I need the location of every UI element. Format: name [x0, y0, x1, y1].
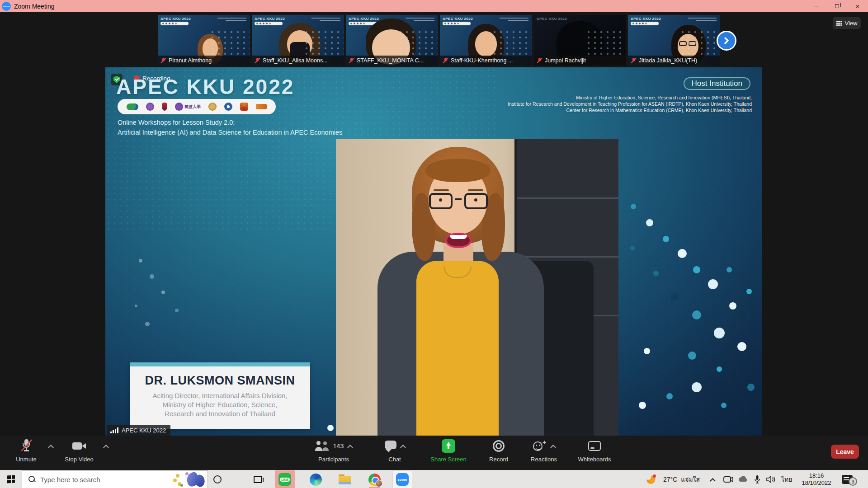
tray-language[interactable]: ไทย: [781, 470, 792, 488]
whiteboards-label: Whiteboards: [578, 456, 611, 463]
taskbar-zoom-app[interactable]: zoom: [392, 470, 412, 488]
taskbar-edge-app[interactable]: [306, 470, 326, 488]
participants-button[interactable]: 143 Participants: [311, 438, 356, 463]
participants-icon: [315, 441, 329, 451]
red-emblem-logo: [162, 103, 167, 111]
grid-view-icon: [836, 21, 842, 26]
chevron-up-icon[interactable]: [550, 444, 556, 450]
taskbar-search[interactable]: [22, 470, 208, 488]
chevron-up-icon: [103, 444, 109, 450]
reactions-smiley-icon: [533, 440, 547, 452]
window-titlebar: zoom Zoom Meeting ×: [0, 0, 868, 12]
start-button[interactable]: [0, 470, 22, 488]
taskbar-file-explorer[interactable]: [335, 470, 355, 488]
tile-watermark: APEC KKU 2022: [631, 17, 661, 21]
record-icon: [493, 440, 505, 452]
view-button-label: View: [845, 20, 858, 27]
minimize-button[interactable]: [806, 0, 826, 12]
microphone-icon: [754, 475, 760, 484]
tile-watermark: APEC KKU 2022: [537, 17, 567, 21]
purple-emblem-logo: [146, 103, 154, 111]
speaker-brow: [434, 189, 449, 191]
close-icon: ×: [856, 2, 860, 10]
muted-mic-icon: [443, 57, 448, 64]
unmute-options-chevron[interactable]: [45, 438, 56, 454]
unmute-button[interactable]: Unmute: [9, 438, 43, 463]
language-indicator: ไทย: [781, 474, 792, 484]
stop-video-button[interactable]: Stop Video: [59, 438, 99, 463]
record-button[interactable]: Record: [481, 438, 517, 463]
zoom-app-icon: zoom: [396, 473, 409, 486]
chat-button[interactable]: Chat: [377, 438, 412, 463]
participant-tile[interactable]: APEC KKU 2022 Jumpol Rachvijit: [534, 15, 626, 66]
chevron-up-icon[interactable]: [400, 444, 406, 450]
participants-count: 143: [333, 442, 344, 450]
tray-clock[interactable]: 18:16 18/10/2022: [797, 470, 836, 488]
participant-tile[interactable]: APEC KKU 2022 Piranut Aimthong: [158, 15, 250, 66]
tile-host-text: [688, 18, 717, 22]
chevron-right-icon: [722, 37, 729, 45]
restore-icon: [835, 4, 839, 8]
muted-mic-icon: [631, 57, 636, 64]
tray-onedrive[interactable]: [738, 470, 749, 488]
notification-center-button[interactable]: 3: [842, 470, 853, 488]
view-button[interactable]: View: [833, 17, 861, 29]
search-highlight-butterfly-image[interactable]: [165, 471, 207, 488]
orange-emblem-logo: [240, 103, 248, 111]
notification-badge: 3: [849, 477, 857, 486]
temperature: 27°C: [663, 476, 677, 483]
tray-screen-share-indicator[interactable]: [723, 470, 733, 488]
tray-volume[interactable]: [766, 470, 777, 488]
taskbar-line-app[interactable]: LINE: [275, 470, 295, 488]
shared-screen: Recording APEC KKU 2022 筑波大学 Host Instit…: [105, 67, 762, 436]
cortana-button[interactable]: [213, 475, 222, 483]
leave-button[interactable]: Leave: [831, 445, 859, 459]
restore-button[interactable]: [826, 0, 847, 12]
speaker-icon: [766, 475, 777, 483]
participant-tile[interactable]: APEC KKU 2022 STAFF_KKU_MONITA C...: [346, 15, 438, 66]
speaker-name-card: DR. LUKSMON SMANSIN Aciting Director, In…: [130, 362, 310, 429]
tile-host-text: [311, 18, 340, 22]
search-input[interactable]: [40, 476, 140, 483]
share-screen-icon: [442, 439, 455, 453]
share-screen-label: Share Screen: [430, 456, 467, 463]
participant-tile[interactable]: APEC KKU 2022 Staff_KKU_Alisa Moons...: [252, 15, 344, 66]
task-view-button[interactable]: [248, 470, 268, 488]
clock-date: 18/10/2022: [802, 479, 831, 487]
speaker-role-line2: Ministry of Higher Education, Science,: [130, 400, 310, 409]
record-label: Record: [489, 456, 508, 463]
speaker-name: DR. LUKSMON SMANSIN: [130, 374, 310, 388]
chevron-up-icon: [48, 444, 54, 450]
reactions-button[interactable]: Reactions: [524, 438, 564, 463]
speaker-mouth: [445, 233, 472, 248]
participant-tile[interactable]: APEC KKU 2022 Staff-KKU-Khemthong ...: [440, 15, 532, 66]
event-title: APEC KKU 2022: [116, 75, 294, 99]
workshop-subtitle-line1: Online Workshops for Lesson Study 2.0:: [118, 119, 235, 126]
speaker-role-line1: Aciting Director, International Affairs …: [130, 391, 310, 400]
blue-emblem-logo: [224, 103, 232, 111]
participant-name: STAFF_KKU_MONITA C...: [357, 57, 424, 64]
weather-widget[interactable]: 27°C แจ่มใส: [646, 470, 700, 488]
task-view-icon: [254, 476, 262, 483]
window-title: Zoom Meeting: [14, 3, 54, 10]
next-participants-button[interactable]: [717, 31, 736, 51]
tile-host-text: [217, 18, 246, 22]
tsukuba-logo-group: 筑波大学: [175, 103, 201, 111]
whiteboards-button[interactable]: Whiteboards: [571, 438, 618, 463]
participant-tile[interactable]: APEC KKU 2022 Jitlada Jaikla_KKU(TH): [628, 15, 720, 66]
tray-overflow-button[interactable]: [711, 470, 715, 488]
host-institution-lines: Ministry of Higher Education, Science, R…: [508, 94, 752, 113]
video-options-chevron[interactable]: [100, 438, 111, 454]
tray-microphone[interactable]: [754, 470, 760, 488]
taskbar-chrome-app[interactable]: [364, 470, 384, 488]
speaker-role-line3: Research and Innovation of Thailand: [130, 409, 310, 418]
host-line-3: Center for Research in Mathematics Educa…: [508, 107, 752, 113]
participant-name: Jumpol Rachvijit: [545, 57, 586, 64]
notification-icon: 3: [842, 475, 853, 484]
chevron-up-icon[interactable]: [347, 444, 353, 450]
share-screen-button[interactable]: Share Screen: [424, 438, 473, 463]
weather-icon: [646, 474, 656, 484]
reactions-label: Reactions: [531, 456, 557, 463]
chat-bubble-icon: [385, 441, 396, 451]
close-button[interactable]: ×: [847, 0, 868, 12]
